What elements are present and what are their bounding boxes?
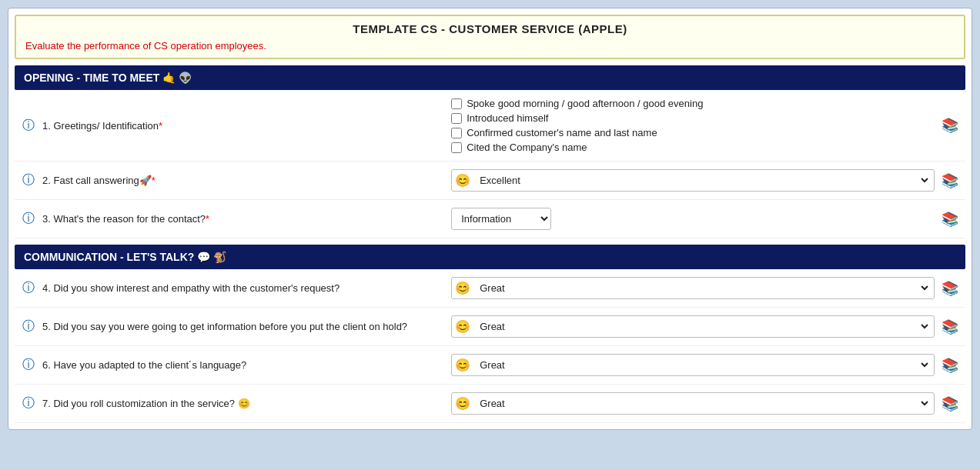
dropdown-area-4: 😊 Excellent Great Good Poor [451, 277, 935, 299]
book-icon-5[interactable]: 📚 [941, 318, 959, 335]
book-icon-6[interactable]: 📚 [941, 357, 959, 374]
select-wrapper-4: 😊 Excellent Great Good Poor [451, 277, 935, 299]
book-icon-3[interactable]: 📚 [941, 211, 959, 228]
select-wrapper-6: 😊 Excellent Great Good Poor [451, 354, 935, 376]
question-row-1: ⓘ 1. Greetings/ Identification* Spoke go… [15, 90, 965, 162]
question-row-3: ⓘ 3. What's the reason for the contact?*… [15, 200, 965, 238]
checkbox-1c[interactable] [451, 128, 462, 138]
dropdown-area-6: 😊 Excellent Great Good Poor [451, 354, 935, 376]
dropdown-area-5: 😊 Excellent Great Good Poor [451, 315, 935, 338]
book-icon-2[interactable]: 📚 [941, 172, 959, 189]
emoji-prefix-5: 😊 [455, 319, 470, 334]
section-opening-title: OPENING - TIME TO MEET 🤙 👽 [24, 72, 192, 84]
question-label-7: 7. Did you roll customization in the ser… [42, 398, 445, 409]
dropdown-area-3: Information Complaint Other [451, 208, 935, 230]
emoji-prefix-6: 😊 [455, 358, 470, 372]
question-label-1: 1. Greetings/ Identification* [42, 120, 445, 132]
question-row-2: ⓘ 2. Fast call answering🚀* 😊 Excellent G… [15, 162, 965, 200]
info-icon-3[interactable]: ⓘ [21, 211, 36, 227]
question-label-4: 4. Did you show interest and empathy wit… [42, 282, 445, 294]
checkbox-1d[interactable] [451, 142, 462, 153]
checkbox-item-1b[interactable]: Introduced himself [451, 112, 935, 124]
checkbox-item-1c[interactable]: Confirmed customer's name and last name [451, 127, 935, 138]
book-icon-4[interactable]: 📚 [941, 280, 959, 297]
select-3[interactable]: Information Complaint Other [451, 208, 551, 230]
info-icon-6[interactable]: ⓘ [21, 357, 36, 373]
main-container: TEMPLATE CS - CUSTOMER SERVICE (APPLE) E… [8, 8, 972, 430]
emoji-prefix-4: 😊 [455, 281, 470, 295]
section-communication: COMMUNICATION - LET'S TALK? 💬 🐒 ⓘ 4. Did… [15, 245, 965, 423]
question-label-5: 5. Did you say you were going to get inf… [42, 321, 445, 332]
info-icon-1[interactable]: ⓘ [21, 118, 36, 134]
question-row-5: ⓘ 5. Did you say you were going to get i… [15, 308, 965, 346]
header-section: TEMPLATE CS - CUSTOMER SERVICE (APPLE) E… [15, 15, 965, 59]
checkbox-1b[interactable] [451, 113, 462, 124]
checkbox-item-1a[interactable]: Spoke good morning / good afternoon / go… [451, 98, 935, 109]
required-star-2: * [152, 175, 156, 186]
question-row-7: ⓘ 7. Did you roll customization in the s… [15, 385, 965, 423]
checkbox-group-1: Spoke good morning / good afternoon / go… [451, 98, 935, 153]
info-icon-2[interactable]: ⓘ [21, 172, 36, 188]
section-communication-header: COMMUNICATION - LET'S TALK? 💬 🐒 [15, 245, 965, 269]
dropdown-area-2: 😊 Excellent Great Good Poor [451, 169, 935, 192]
select-wrapper-2: 😊 Excellent Great Good Poor [451, 169, 935, 192]
select-2[interactable]: Excellent Great Good Poor [473, 172, 931, 189]
emoji-prefix-7: 😊 [455, 396, 470, 411]
page-title: TEMPLATE CS - CUSTOMER SERVICE (APPLE) [25, 22, 955, 35]
question-label-3: 3. What's the reason for the contact?* [42, 213, 445, 225]
question-row-4: ⓘ 4. Did you show interest and empathy w… [15, 269, 965, 308]
checkbox-1a[interactable] [451, 98, 462, 109]
book-icon-7[interactable]: 📚 [941, 395, 959, 412]
info-icon-4[interactable]: ⓘ [21, 280, 36, 296]
book-icon-1[interactable]: 📚 [941, 117, 959, 134]
dropdown-area-7: 😊 Excellent Great Good Poor [451, 392, 935, 415]
select-6[interactable]: Excellent Great Good Poor [473, 356, 931, 374]
select-wrapper-7: 😊 Excellent Great Good Poor [451, 392, 935, 415]
required-star-1: * [159, 120, 162, 132]
emoji-prefix-2: 😊 [455, 173, 470, 188]
info-icon-5[interactable]: ⓘ [21, 318, 36, 335]
page-subtitle: Evaluate the performance of CS operation… [25, 40, 955, 52]
section-opening-header: OPENING - TIME TO MEET 🤙 👽 [15, 65, 965, 90]
section-communication-title: COMMUNICATION - LET'S TALK? 💬 🐒 [24, 251, 226, 263]
select-7[interactable]: Excellent Great Good Poor [473, 395, 931, 412]
question-label-2: 2. Fast call answering🚀* [42, 175, 445, 186]
select-4[interactable]: Excellent Great Good Poor [473, 279, 931, 297]
question-label-6: 6. Have you adapted to the client´s lang… [42, 359, 445, 371]
required-star-3: * [206, 213, 209, 225]
select-wrapper-5: 😊 Excellent Great Good Poor [451, 315, 935, 338]
select-5[interactable]: Excellent Great Good Poor [473, 318, 931, 335]
question-row-6: ⓘ 6. Have you adapted to the client´s la… [15, 346, 965, 385]
section-opening: OPENING - TIME TO MEET 🤙 👽 ⓘ 1. Greeting… [15, 65, 965, 238]
info-icon-7[interactable]: ⓘ [21, 395, 36, 412]
checkbox-item-1d[interactable]: Cited the Company's name [451, 142, 935, 153]
